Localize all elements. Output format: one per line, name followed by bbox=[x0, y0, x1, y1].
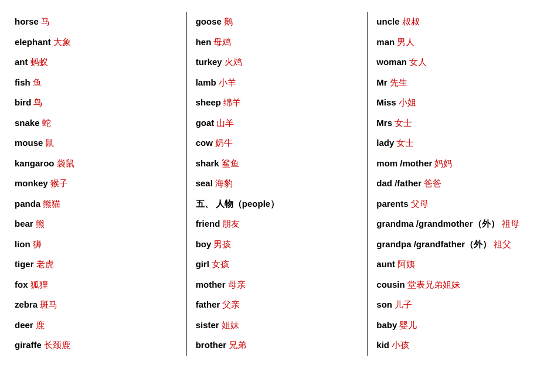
chinese-translation: 鹅 bbox=[224, 15, 233, 29]
section-header-text: 五、 人物（people） bbox=[196, 197, 280, 211]
chinese-translation: 大象 bbox=[53, 36, 71, 49]
english-word: kangaroo bbox=[15, 157, 55, 171]
english-word: boy bbox=[196, 238, 212, 251]
chinese-translation: 母亲 bbox=[228, 278, 246, 292]
chinese-translation: 男人 bbox=[397, 36, 414, 49]
english-word: Mr bbox=[376, 76, 387, 90]
list-item: brother 兄弟 bbox=[196, 335, 359, 356]
english-word: fish bbox=[15, 76, 30, 90]
chinese-translation: 阿姨 bbox=[397, 258, 415, 271]
english-word: grandpa /grandfather（外） bbox=[376, 238, 491, 251]
list-item: kangaroo 袋鼠 bbox=[15, 154, 178, 174]
english-word: lion bbox=[15, 238, 30, 251]
list-item: Miss 小姐 bbox=[376, 93, 539, 113]
chinese-translation: 小姐 bbox=[399, 96, 416, 110]
chinese-translation: 女士 bbox=[396, 137, 414, 150]
english-word: uncle bbox=[376, 15, 399, 29]
chinese-translation: 长颈鹿 bbox=[44, 339, 70, 352]
chinese-translation: 父亲 bbox=[222, 298, 240, 312]
chinese-translation: 兄弟 bbox=[229, 339, 246, 352]
chinese-translation: 女人 bbox=[409, 56, 427, 69]
list-item: horse 马 bbox=[15, 12, 178, 32]
english-word: monkey bbox=[15, 177, 48, 190]
english-word: bird bbox=[15, 96, 31, 110]
chinese-translation: 鸟 bbox=[33, 96, 42, 110]
english-word: zebra bbox=[15, 298, 38, 312]
chinese-translation: 斑马 bbox=[40, 298, 57, 312]
english-word: Miss bbox=[376, 96, 396, 110]
list-item: cousin 堂表兄弟姐妹 bbox=[376, 275, 539, 295]
english-word: ant bbox=[15, 56, 28, 69]
english-word: kid bbox=[376, 339, 389, 352]
english-word: seal bbox=[196, 177, 213, 190]
chinese-translation: 母鸡 bbox=[213, 36, 231, 49]
list-item: giraffe 长颈鹿 bbox=[15, 335, 178, 356]
list-item: bear 熊 bbox=[15, 214, 178, 234]
english-word: friend bbox=[196, 217, 220, 231]
chinese-translation: 鼠 bbox=[45, 137, 54, 150]
list-item: grandma /grandmother（外） 祖母 bbox=[376, 214, 539, 234]
chinese-translation: 堂表兄弟姐妹 bbox=[407, 278, 460, 292]
english-word: hen bbox=[196, 36, 212, 49]
chinese-translation: 小羊 bbox=[219, 76, 236, 90]
list-item: friend 朋友 bbox=[196, 214, 359, 234]
chinese-translation: 祖父 bbox=[494, 238, 511, 251]
english-word: mouse bbox=[15, 137, 43, 150]
list-item: father 父亲 bbox=[196, 295, 359, 315]
chinese-translation: 老虎 bbox=[36, 258, 54, 271]
list-item: hen 母鸡 bbox=[196, 32, 359, 53]
english-word: goose bbox=[196, 15, 222, 29]
chinese-translation: 儿子 bbox=[395, 298, 412, 312]
list-item: tiger 老虎 bbox=[15, 254, 178, 275]
english-word: cow bbox=[196, 137, 213, 150]
list-item: uncle 叔叔 bbox=[376, 12, 539, 32]
list-item: snake 蛇 bbox=[15, 113, 178, 134]
chinese-translation: 狐狸 bbox=[30, 278, 48, 292]
column-2: goose 鹅hen 母鸡turkey 火鸡lamb 小羊sheep 绵羊goa… bbox=[187, 12, 368, 356]
english-word: grandma /grandmother（外） bbox=[376, 217, 499, 231]
english-word: man bbox=[376, 36, 395, 49]
english-word: girl bbox=[196, 258, 209, 271]
english-word: panda bbox=[15, 197, 40, 211]
chinese-translation: 熊 bbox=[36, 217, 45, 231]
english-word: aunt bbox=[376, 258, 395, 271]
english-word: son bbox=[376, 298, 392, 312]
list-item: ant 蚂蚁 bbox=[15, 52, 178, 73]
english-word: sheep bbox=[196, 96, 221, 110]
chinese-translation: 鲨鱼 bbox=[222, 157, 239, 171]
english-word: mother bbox=[196, 278, 226, 292]
list-item: monkey 猴子 bbox=[15, 173, 178, 194]
english-word: mom /mother bbox=[376, 157, 432, 171]
list-item: parents 父母 bbox=[376, 194, 539, 214]
chinese-translation: 爸爸 bbox=[424, 177, 441, 190]
list-item: cow 奶牛 bbox=[196, 133, 359, 154]
chinese-translation: 火鸡 bbox=[225, 56, 242, 69]
english-word: fox bbox=[15, 278, 28, 292]
list-item: Mr 先生 bbox=[376, 73, 539, 93]
column-1: horse 马elephant 大象ant 蚂蚁fish 鱼bird 鸟snak… bbox=[6, 12, 187, 356]
chinese-translation: 海豹 bbox=[215, 177, 233, 190]
chinese-translation: 马 bbox=[41, 15, 50, 29]
list-item: goose 鹅 bbox=[196, 12, 359, 32]
english-word: cousin bbox=[376, 278, 405, 292]
chinese-translation: 熊猫 bbox=[43, 197, 60, 211]
chinese-translation: 叔叔 bbox=[402, 15, 420, 29]
list-item: woman 女人 bbox=[376, 52, 539, 73]
list-item: aunt 阿姨 bbox=[376, 254, 539, 275]
list-item: panda 熊猫 bbox=[15, 194, 178, 214]
english-word: bear bbox=[15, 217, 33, 231]
list-item: baby 婴儿 bbox=[376, 315, 539, 336]
list-item: girl 女孩 bbox=[196, 254, 359, 275]
english-word: shark bbox=[196, 157, 219, 171]
chinese-translation: 妈妈 bbox=[434, 157, 452, 171]
english-word: lady bbox=[376, 137, 394, 150]
english-word: deer bbox=[15, 319, 33, 332]
english-word: snake bbox=[15, 117, 40, 130]
english-word: father bbox=[196, 298, 220, 312]
list-item: 五、 人物（people） bbox=[196, 194, 359, 214]
list-item: fox 狐狸 bbox=[15, 275, 178, 295]
chinese-translation: 蛇 bbox=[42, 117, 51, 130]
chinese-translation: 鱼 bbox=[33, 76, 42, 90]
list-item: sheep 绵羊 bbox=[196, 93, 359, 113]
english-word: giraffe bbox=[15, 339, 42, 352]
